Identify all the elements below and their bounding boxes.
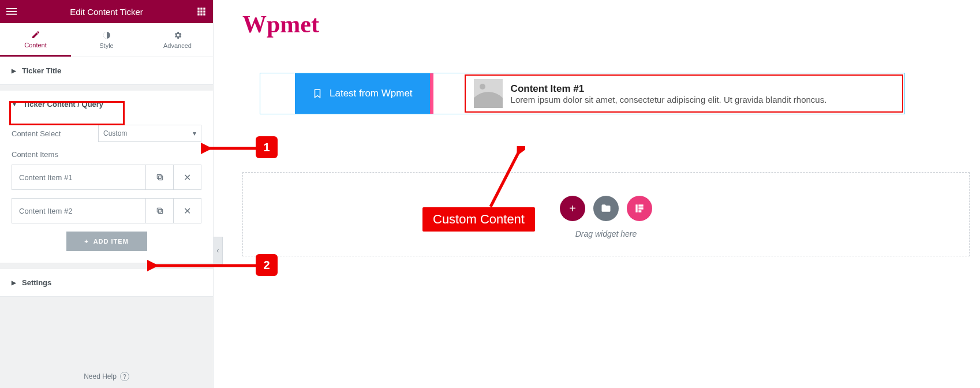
elementskit-icon [634, 203, 645, 214]
chevron-down-icon: ▾ [193, 129, 196, 137]
add-section-button[interactable]: + [560, 196, 585, 221]
remove-item-button[interactable]: ✕ [173, 199, 201, 223]
help-icon: ? [120, 372, 129, 381]
content-item-label[interactable]: Content Item #1 [12, 165, 145, 189]
widgets-grid-icon[interactable] [190, 0, 213, 23]
content-items-label: Content Items [12, 150, 201, 159]
svg-rect-0 [6, 8, 17, 9]
widget-drop-zone[interactable]: + Drag widget here [242, 172, 970, 256]
need-help-link[interactable]: Need Help ? [0, 365, 213, 388]
svg-rect-7 [200, 10, 202, 12]
svg-rect-5 [203, 8, 205, 9]
section-settings: ▶ Settings [0, 269, 213, 297]
svg-rect-8 [203, 10, 205, 12]
svg-rect-15 [158, 210, 162, 214]
preview-area: Wpmet Latest from Wpmet Content Item #1 … [225, 0, 980, 388]
ticker-label: Latest from Wpmet [295, 73, 430, 114]
annotation-label-custom-content: Custom Content [422, 207, 535, 232]
annotation-number-2: 2 [256, 254, 278, 276]
svg-rect-14 [157, 174, 161, 178]
add-item-button[interactable]: + ADD ITEM [66, 232, 147, 251]
spacer [0, 263, 213, 269]
site-brand: Wpmet [242, 10, 980, 38]
svg-rect-3 [197, 8, 199, 9]
ticker-label-text: Latest from Wpmet [330, 88, 413, 99]
drop-zone-hint: Drag widget here [575, 229, 637, 238]
control-content-select: Content Select Custom ▾ [12, 125, 201, 142]
section-ticker-title: ▶ Ticker Title [0, 57, 213, 85]
image-placeholder-icon [474, 79, 503, 108]
content-item-row: Content Item #2 ✕ [12, 198, 201, 223]
svg-rect-10 [200, 13, 202, 15]
annotation-number-1: 1 [256, 136, 278, 158]
add-template-button[interactable] [593, 196, 619, 221]
svg-rect-16 [157, 208, 161, 212]
caret-right-icon: ▶ [12, 68, 16, 74]
ticker-item-desc: Lorem ipsum dolor sit amet, consectetur … [511, 95, 827, 105]
svg-rect-6 [197, 10, 199, 12]
plus-icon: + [84, 238, 88, 245]
bookmark-icon [312, 88, 323, 99]
svg-rect-11 [203, 13, 205, 15]
content-select-label: Content Select [12, 129, 98, 138]
section-ticker-query-body: Content Select Custom ▾ Content Items Co… [0, 118, 213, 263]
tab-advanced-label: Advanced [163, 42, 192, 49]
svg-rect-2 [6, 14, 17, 15]
tab-advanced[interactable]: Advanced [142, 23, 213, 57]
ticker-item-title: Content Item #1 [511, 83, 827, 95]
section-ticker-query-label: Ticker Content / Query [23, 100, 103, 109]
editor-panel: Edit Content Ticker Content Style Advanc… [0, 0, 214, 388]
panel-tabs: Content Style Advanced [0, 23, 213, 57]
add-item-label: ADD ITEM [93, 238, 129, 245]
section-ticker-title-label: Ticker Title [22, 66, 61, 75]
menu-icon[interactable] [0, 0, 23, 23]
tab-content-label: Content [24, 42, 47, 48]
caret-right-icon: ▶ [12, 279, 16, 286]
section-settings-label: Settings [22, 278, 51, 287]
tab-style[interactable]: Style [71, 23, 142, 57]
content-item-label[interactable]: Content Item #2 [12, 199, 145, 223]
caret-down-icon: ▼ [12, 101, 17, 107]
content-select-value: Custom [103, 129, 127, 137]
collapse-panel-button[interactable]: ‹ [214, 237, 223, 264]
elementskit-button[interactable] [627, 196, 652, 221]
remove-item-button[interactable]: ✕ [173, 165, 201, 189]
need-help-label: Need Help [84, 372, 117, 380]
section-settings-head[interactable]: ▶ Settings [0, 269, 213, 296]
ticker-content-item: Content Item #1 Lorem ipsum dolor sit am… [465, 74, 903, 113]
drop-zone-buttons: + [560, 196, 652, 221]
section-ticker-query: ▼ Ticker Content / Query Content Select … [0, 91, 213, 263]
spacer [0, 85, 213, 91]
section-ticker-query-head[interactable]: ▼ Ticker Content / Query [0, 91, 213, 118]
content-ticker-widget[interactable]: Latest from Wpmet Content Item #1 Lorem … [260, 73, 905, 114]
section-ticker-title-head[interactable]: ▶ Ticker Title [0, 57, 213, 84]
duplicate-item-button[interactable] [145, 199, 173, 223]
content-select-dropdown[interactable]: Custom ▾ [98, 125, 201, 142]
folder-icon [600, 203, 612, 214]
panel-title: Edit Content Ticker [70, 7, 143, 17]
content-item-row: Content Item #1 ✕ [12, 165, 201, 190]
tab-content[interactable]: Content [0, 23, 71, 57]
svg-rect-1 [6, 11, 17, 12]
svg-rect-9 [197, 13, 199, 15]
duplicate-item-button[interactable] [145, 165, 173, 189]
svg-rect-4 [200, 8, 202, 9]
ticker-left: Latest from Wpmet [260, 73, 430, 114]
svg-rect-13 [158, 176, 162, 180]
tab-style-label: Style [99, 42, 113, 49]
panel-header: Edit Content Ticker [0, 0, 213, 23]
